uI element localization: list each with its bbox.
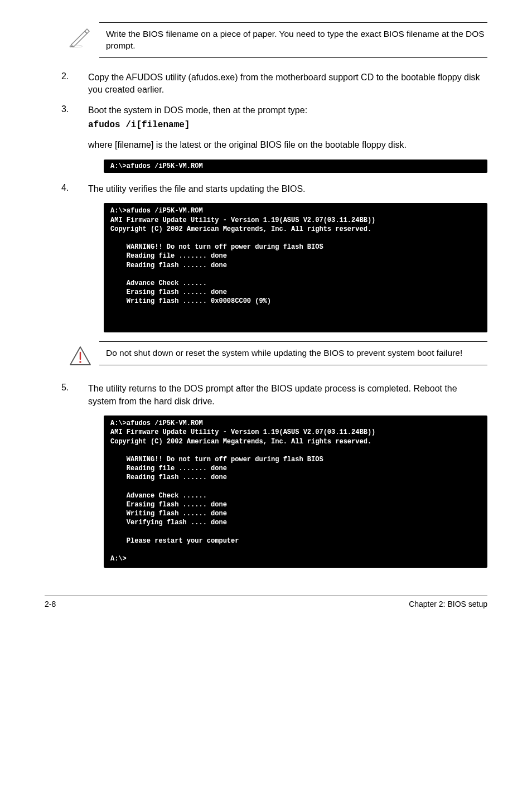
step-body: The utility verifies the file and starts… — [88, 183, 487, 195]
note-block-warning: Do not shut down or reset the system whi… — [68, 341, 487, 369]
footer-page-number: 2-8 — [45, 600, 56, 608]
step-number: 2. — [61, 71, 88, 96]
svg-point-2 — [79, 361, 81, 364]
step-number: 4. — [61, 183, 88, 195]
step-list: 2. Copy the AFUDOS utility (afudos.exe) … — [61, 71, 487, 152]
step-text: Boot the system in DOS mode, then at the… — [88, 105, 307, 115]
terminal-output-2: A:\>afudos /iP5K-VM.ROM AMI Firmware Upd… — [104, 203, 487, 332]
step-body: Copy the AFUDOS utility (afudos.exe) fro… — [88, 71, 487, 96]
step-number: 5. — [61, 383, 88, 408]
command-text: afudos /i[filename] — [88, 119, 487, 131]
step-subtext: where [filename] is the latest or the or… — [88, 139, 487, 151]
page-footer: 2-8 Chapter 2: BIOS setup — [45, 596, 487, 608]
footer-chapter: Chapter 2: BIOS setup — [409, 600, 487, 608]
terminal-output-3: A:\>afudos /iP5K-VM.ROM AMI Firmware Upd… — [104, 416, 487, 568]
step-5: 5. The utility returns to the DOS prompt… — [61, 383, 487, 408]
step-body: Boot the system in DOS mode, then at the… — [88, 104, 487, 152]
step-4: 4. The utility verifies the file and sta… — [61, 183, 487, 195]
step-list: 5. The utility returns to the DOS prompt… — [61, 383, 487, 408]
step-list: 4. The utility verifies the file and sta… — [61, 183, 487, 195]
note-block-pencil: Write the BIOS filename on a piece of pa… — [68, 22, 487, 58]
pencil-icon — [68, 22, 99, 50]
terminal-output-1: A:\>afudos /iP5K-VM.ROM — [104, 160, 487, 173]
step-number: 3. — [61, 104, 88, 152]
warning-icon — [68, 341, 99, 369]
step-2: 2. Copy the AFUDOS utility (afudos.exe) … — [61, 71, 487, 96]
step-3: 3. Boot the system in DOS mode, then at … — [61, 104, 487, 152]
page-content: Write the BIOS filename on a piece of pa… — [0, 0, 532, 620]
step-body: The utility returns to the DOS prompt af… — [88, 383, 487, 408]
warning-text: Do not shut down or reset the system whi… — [99, 341, 487, 365]
note-text: Write the BIOS filename on a piece of pa… — [99, 22, 487, 58]
